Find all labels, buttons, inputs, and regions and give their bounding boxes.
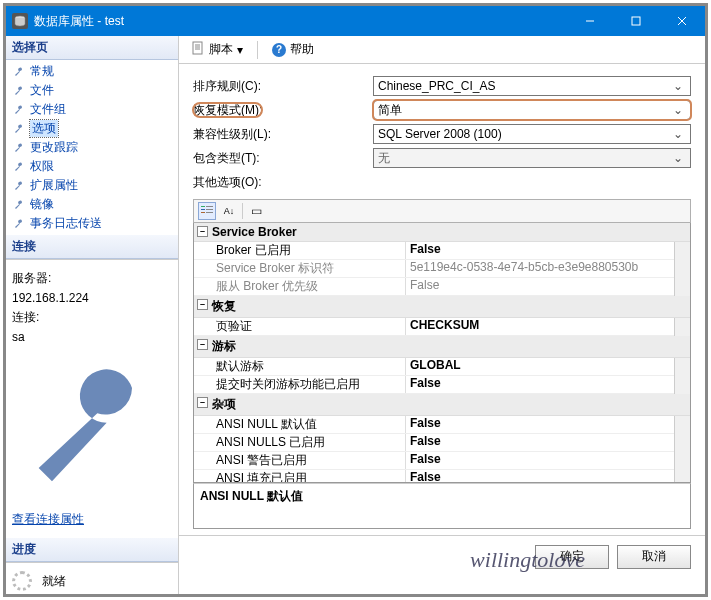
prop-value: False bbox=[406, 376, 690, 393]
collation-combo[interactable]: Chinese_PRC_CI_AS⌄ bbox=[373, 76, 691, 96]
prop-key: 提交时关闭游标功能已启用 bbox=[194, 376, 406, 393]
containment-combo: 无⌄ bbox=[373, 148, 691, 168]
sidebar-item-3[interactable]: 选项 bbox=[6, 119, 178, 138]
prop-value: False bbox=[406, 452, 690, 469]
dialog-window: 数据库属性 - test 选择页 常规文件文件组选项更改跟踪权限扩展属性镜像事务… bbox=[3, 3, 708, 597]
svg-rect-11 bbox=[206, 206, 213, 207]
compat-combo[interactable]: SQL Server 2008 (100)⌄ bbox=[373, 124, 691, 144]
sidebar-item-6[interactable]: 扩展属性 bbox=[6, 176, 178, 195]
sidebar-item-label: 镜像 bbox=[30, 196, 54, 213]
propgrid-row[interactable]: ANSI 警告已启用False bbox=[194, 452, 690, 470]
prop-value: GLOBAL bbox=[406, 358, 690, 375]
propgrid-category[interactable]: –杂项 bbox=[194, 394, 690, 416]
server-value: 192.168.1.224 bbox=[12, 291, 172, 305]
containment-label: 包含类型(T): bbox=[193, 150, 373, 167]
toolbar-separator bbox=[257, 41, 258, 59]
categorized-button[interactable] bbox=[198, 202, 216, 220]
propgrid-toolbar: A↓ ▭ bbox=[193, 199, 691, 223]
propgrid-category[interactable]: –恢复 bbox=[194, 296, 690, 318]
sidebar-item-8[interactable]: 事务日志传送 bbox=[6, 214, 178, 233]
description-title: ANSI NULL 默认值 bbox=[200, 488, 684, 505]
svg-rect-10 bbox=[201, 209, 205, 210]
sidebar-item-5[interactable]: 权限 bbox=[6, 157, 178, 176]
propgrid-row[interactable]: ANSI NULLS 已启用False bbox=[194, 434, 690, 452]
alphabetical-button[interactable]: A↓ bbox=[220, 202, 238, 220]
prop-value: False bbox=[406, 278, 690, 295]
conn-label: 连接: bbox=[12, 309, 172, 326]
prop-value: False bbox=[406, 242, 690, 259]
form-area: 排序规则(C): Chinese_PRC_CI_AS⌄ 恢复模式(M): 简单⌄… bbox=[179, 64, 705, 195]
wrench-icon bbox=[12, 160, 26, 174]
sidebar-item-7[interactable]: 镜像 bbox=[6, 195, 178, 214]
prop-key: ANSI 填充已启用 bbox=[194, 470, 406, 483]
compat-row: 兼容性级别(L): SQL Server 2008 (100)⌄ bbox=[193, 122, 691, 146]
collapse-icon[interactable]: – bbox=[197, 397, 208, 408]
sidebar-item-4[interactable]: 更改跟踪 bbox=[6, 138, 178, 157]
description-box: ANSI NULL 默认值 bbox=[193, 483, 691, 529]
connection-header: 连接 bbox=[6, 235, 178, 259]
prop-key: Broker 已启用 bbox=[194, 242, 406, 259]
cancel-button[interactable]: 取消 bbox=[617, 545, 691, 569]
svg-rect-2 bbox=[632, 17, 640, 25]
propgrid-row[interactable]: ANSI 填充已启用False bbox=[194, 470, 690, 483]
chevron-down-icon: ⌄ bbox=[670, 127, 686, 141]
svg-rect-13 bbox=[201, 212, 205, 213]
toolbar: 脚本 ▾ ? 帮助 bbox=[179, 36, 705, 64]
view-connection-props[interactable]: 查看连接属性 bbox=[12, 348, 172, 528]
propgrid-row[interactable]: Broker 已启用False bbox=[194, 242, 690, 260]
collapse-icon[interactable]: – bbox=[197, 226, 208, 237]
prop-key: 页验证 bbox=[194, 318, 406, 335]
containment-row: 包含类型(T): 无⌄ bbox=[193, 146, 691, 170]
propgrid-row[interactable]: 页验证CHECKSUM bbox=[194, 318, 690, 336]
progress-panel: 就绪 bbox=[6, 562, 178, 594]
property-pages-button[interactable]: ▭ bbox=[247, 202, 265, 220]
recovery-combo[interactable]: 简单⌄ bbox=[373, 100, 691, 120]
propgrid-row[interactable]: 提交时关闭游标功能已启用False bbox=[194, 376, 690, 394]
chevron-down-icon: ⌄ bbox=[670, 151, 686, 165]
chevron-down-icon: ⌄ bbox=[670, 79, 686, 93]
progress-status: 就绪 bbox=[42, 573, 66, 590]
database-icon bbox=[12, 13, 28, 29]
propgrid-row[interactable]: 服从 Broker 优先级False bbox=[194, 278, 690, 296]
prop-key: Service Broker 标识符 bbox=[194, 260, 406, 277]
ok-button[interactable]: 确定 bbox=[535, 545, 609, 569]
prop-key: 服从 Broker 优先级 bbox=[194, 278, 406, 295]
select-page-header: 选择页 bbox=[6, 36, 178, 60]
sidebar-item-label: 事务日志传送 bbox=[30, 215, 102, 232]
chevron-down-icon: ▾ bbox=[237, 43, 243, 57]
collapse-icon[interactable]: – bbox=[197, 339, 208, 350]
recovery-label: 恢复模式(M): bbox=[193, 103, 262, 117]
property-grid[interactable]: –Service BrokerBroker 已启用FalseService Br… bbox=[193, 223, 691, 483]
right-column: 脚本 ▾ ? 帮助 排序规则(C): Chinese_PRC_CI_AS⌄ 恢复… bbox=[179, 36, 705, 594]
prop-value: 5e119e4c-0538-4e74-b5cb-e3e9e880530b bbox=[406, 260, 690, 277]
propgrid-row[interactable]: 默认游标GLOBAL bbox=[194, 358, 690, 376]
wrench-icon bbox=[12, 141, 26, 155]
prop-key: ANSI 警告已启用 bbox=[194, 452, 406, 469]
propgrid-row[interactable]: ANSI NULL 默认值False bbox=[194, 416, 690, 434]
chevron-down-icon: ⌄ bbox=[670, 103, 686, 117]
button-bar: willingtolove 确定 取消 bbox=[179, 535, 705, 577]
progress-header: 进度 bbox=[6, 538, 178, 562]
collation-row: 排序规则(C): Chinese_PRC_CI_AS⌄ bbox=[193, 74, 691, 98]
maximize-button[interactable] bbox=[613, 6, 659, 36]
close-button[interactable] bbox=[659, 6, 705, 36]
minimize-button[interactable] bbox=[567, 6, 613, 36]
propgrid-row[interactable]: Service Broker 标识符5e119e4c-0538-4e74-b5c… bbox=[194, 260, 690, 278]
wrench-icon bbox=[12, 65, 26, 79]
collapse-icon[interactable]: – bbox=[197, 299, 208, 310]
svg-rect-12 bbox=[206, 209, 213, 210]
sidebar-item-2[interactable]: 文件组 bbox=[6, 100, 178, 119]
view-connection-link[interactable]: 查看连接属性 bbox=[12, 512, 84, 526]
script-button[interactable]: 脚本 ▾ bbox=[187, 39, 247, 60]
window-title: 数据库属性 - test bbox=[34, 13, 567, 30]
sidebar-item-0[interactable]: 常规 bbox=[6, 62, 178, 81]
propgrid-category[interactable]: –Service Broker bbox=[194, 223, 690, 242]
other-options-label: 其他选项(O): bbox=[193, 174, 691, 191]
wrench-icon bbox=[12, 179, 26, 193]
recovery-row: 恢复模式(M): 简单⌄ bbox=[193, 98, 691, 122]
sidebar-item-1[interactable]: 文件 bbox=[6, 81, 178, 100]
wrench-icon bbox=[12, 217, 26, 231]
progress-spinner-icon bbox=[12, 571, 32, 591]
propgrid-category[interactable]: –游标 bbox=[194, 336, 690, 358]
help-button[interactable]: ? 帮助 bbox=[268, 39, 318, 60]
